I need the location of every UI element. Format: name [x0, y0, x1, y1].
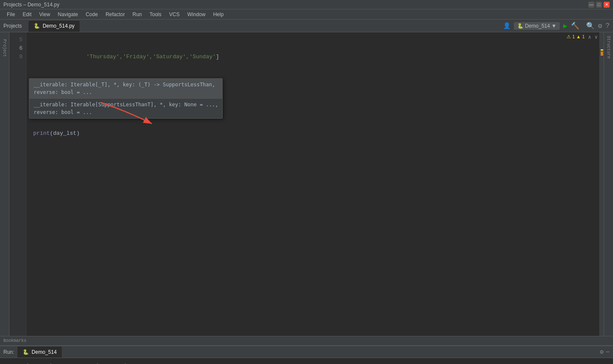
error-gutter-mark [601, 51, 603, 56]
run-panel-content: G:\Python\python.exe F:/Pycharm/Projects… [0, 358, 613, 364]
minimize-button[interactable]: — [588, 2, 594, 8]
window-controls: — □ ✕ [588, 2, 610, 8]
code-line-5: 'Thursday','Friday','Saturday','Sunday'] [33, 53, 599, 61]
line-num-8: 8 [11, 53, 24, 61]
settings-icon[interactable]: ⚙ [598, 22, 602, 30]
run-panel-controls: ⚙ — [600, 348, 610, 355]
left-sidebar: Project [0, 32, 9, 336]
editor-right-strip [599, 32, 604, 336]
nav-left: Projects 🐍 Demo_514.py [3, 20, 80, 32]
run-tab[interactable]: 🐍 Demo_514 [17, 347, 62, 358]
menu-vcs[interactable]: VCS [166, 11, 183, 18]
nav-right: 👤 🐍 Demo_514 ▼ ▶ 🔨 🔍 ⚙ ? [503, 22, 610, 30]
run-panel-left: Run: 🐍 Demo_514 [3, 347, 62, 358]
build-button[interactable]: 🔨 [571, 22, 579, 30]
branch-selector[interactable]: 🐍 Demo_514 ▼ [514, 22, 560, 30]
python-file-icon: 🐍 [34, 23, 40, 29]
autocomplete-item-2[interactable]: __iterable: Iterable[SupportsLessThanT],… [29, 99, 222, 118]
menu-navigate[interactable]: Navigate [54, 11, 81, 18]
editor-area: ⚠ 1 ▲ 1 ∧ ∨ 5 6 8 'Thursday','Friday','S… [9, 32, 604, 336]
bookmarks-label[interactable]: Bookmarks [3, 338, 26, 343]
menu-bar: File Edit View Navigate Code Refactor Ru… [0, 9, 613, 20]
autocomplete-item-1-line2: reverse: bool = ... [34, 88, 218, 96]
menu-help[interactable]: Help [210, 11, 227, 18]
projects-link[interactable]: Projects [3, 23, 22, 29]
minimize-panel-icon[interactable]: — [606, 348, 610, 355]
menu-refactor[interactable]: Refactor [102, 11, 128, 18]
search-icon[interactable]: 🔍 [586, 22, 595, 30]
menu-window[interactable]: Window [184, 11, 209, 18]
autocomplete-item-1[interactable]: __iterable: Iterable[_T], *, key: (_T) -… [29, 79, 222, 98]
autocomplete-item-2-line2: reverse: bool = ... [34, 108, 218, 116]
menu-tools[interactable]: Tools [146, 11, 165, 18]
run-button[interactable]: ▶ [563, 22, 567, 30]
scroll-down-icon[interactable]: ∨ [595, 34, 598, 40]
line-numbers: 5 6 8 [9, 32, 26, 336]
user-icon: 👤 [503, 22, 510, 29]
menu-view[interactable]: View [36, 11, 54, 18]
bookmarks-bar: Bookmarks [0, 336, 613, 345]
help-icon[interactable]: ? [605, 22, 610, 30]
scroll-up-icon[interactable]: ∧ [588, 34, 591, 40]
line-num-5: 5 [11, 36, 24, 44]
run-label: Run: [3, 349, 14, 355]
file-tab[interactable]: 🐍 Demo_514.py [29, 20, 80, 32]
close-button[interactable]: ✕ [604, 2, 610, 8]
autocomplete-item-1-line1: __iterable: Iterable[_T], *, key: (_T) -… [34, 81, 218, 88]
window-title: Projects – Demo_514.py [3, 2, 59, 8]
code-line-8: print(day_lst) [33, 129, 599, 138]
maximize-button[interactable]: □ [596, 2, 602, 8]
run-panel-header: Run: 🐍 Demo_514 ⚙ — [0, 346, 613, 358]
nav-bar: Projects 🐍 Demo_514.py 👤 🐍 Demo_514 ▼ ▶ … [0, 20, 613, 32]
run-output-line1: G:\Python\python.exe F:/Pycharm/Projects… [7, 361, 606, 364]
project-sidebar-icon[interactable]: Project [1, 37, 8, 59]
menu-edit[interactable]: Edit [19, 11, 35, 18]
structure-label[interactable]: Structure [606, 36, 611, 59]
warning-count: ⚠ 1 ▲ 1 [567, 34, 584, 40]
autocomplete-popup[interactable]: __iterable: Iterable[_T], *, key: (_T) -… [29, 78, 223, 119]
warning-indicators: ⚠ 1 ▲ 1 ∧ ∨ [567, 34, 598, 40]
line-num-6: 6 [11, 44, 24, 53]
menu-file[interactable]: File [3, 11, 18, 18]
run-panel: Run: 🐍 Demo_514 ⚙ — G:\Python\python.exe… [0, 345, 613, 364]
warning-gutter-mark [601, 49, 603, 51]
right-sidebar: Structure [604, 32, 613, 336]
menu-code[interactable]: Code [82, 11, 101, 18]
run-tab-name: Demo_514 [32, 349, 57, 355]
menu-run[interactable]: Run [129, 11, 145, 18]
file-tab-label: Demo_514.py [43, 23, 74, 29]
run-tab-icon: 🐍 [23, 349, 29, 355]
title-bar: Projects – Demo_514.py — □ ✕ [0, 0, 613, 9]
autocomplete-item-2-line1: __iterable: Iterable[SupportsLessThanT],… [34, 101, 218, 108]
settings-gear-icon[interactable]: ⚙ [600, 348, 603, 355]
